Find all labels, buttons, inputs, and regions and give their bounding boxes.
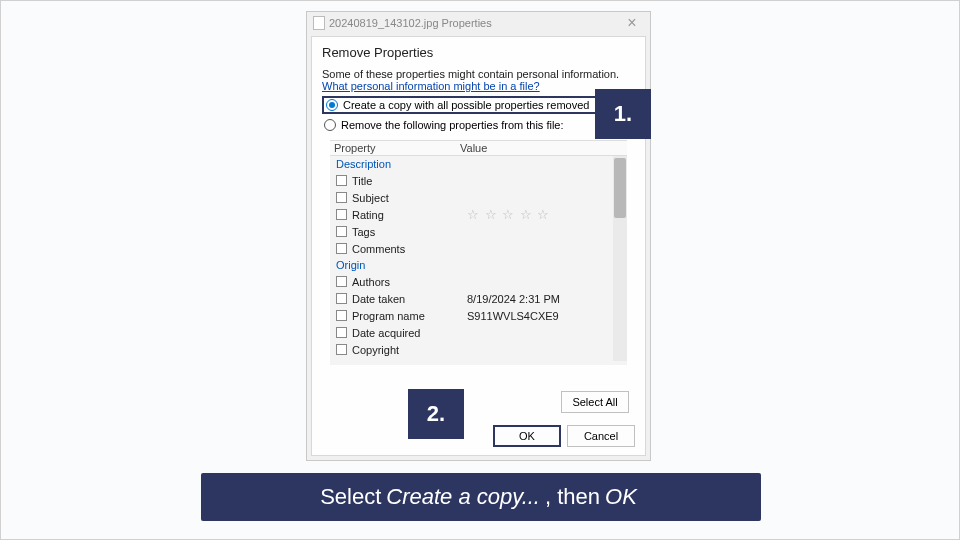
- checkbox-icon[interactable]: [336, 327, 347, 338]
- radio-icon: [324, 119, 336, 131]
- dialog-heading: Remove Properties: [322, 45, 635, 60]
- radio-create-copy[interactable]: Create a copy with all possible properti…: [322, 96, 635, 114]
- list-item[interactable]: Comments: [330, 240, 627, 257]
- checkbox-icon[interactable]: [336, 243, 347, 254]
- checkbox-icon[interactable]: [336, 226, 347, 237]
- close-icon[interactable]: ×: [620, 14, 644, 32]
- list-item[interactable]: Title: [330, 172, 627, 189]
- checkbox-icon[interactable]: [336, 344, 347, 355]
- list-item[interactable]: Copyright: [330, 341, 627, 358]
- list-item[interactable]: Tags: [330, 223, 627, 240]
- list-item[interactable]: Subject: [330, 189, 627, 206]
- list-item[interactable]: Date taken8/19/2024 2:31 PM: [330, 290, 627, 307]
- header-property: Property: [330, 142, 460, 154]
- checkbox-icon[interactable]: [336, 175, 347, 186]
- instruction-banner: Select Create a copy... , then OK: [201, 473, 761, 521]
- group-image: Image: [330, 358, 627, 361]
- checkbox-icon[interactable]: [336, 276, 347, 287]
- group-description: Description: [330, 156, 627, 172]
- callout-step-1: 1.: [595, 89, 651, 139]
- window-title: 20240819_143102.jpg Properties: [329, 17, 492, 29]
- ok-button[interactable]: OK: [493, 425, 561, 447]
- checkbox-icon[interactable]: [336, 209, 347, 220]
- radio-label: Create a copy with all possible properti…: [343, 99, 589, 111]
- list-item[interactable]: Program nameS911WVLS4CXE9: [330, 307, 627, 324]
- radio-label: Remove the following properties from thi…: [341, 119, 564, 131]
- list-item[interactable]: Rating☆ ☆ ☆ ☆ ☆: [330, 206, 627, 223]
- callout-step-2: 2.: [408, 389, 464, 439]
- list-item[interactable]: Authors: [330, 273, 627, 290]
- rating-stars: ☆ ☆ ☆ ☆ ☆: [467, 207, 621, 222]
- checkbox-icon[interactable]: [336, 310, 347, 321]
- list-body: Description Title Subject Rating☆ ☆ ☆ ☆ …: [330, 156, 627, 361]
- file-icon: [313, 16, 325, 30]
- info-link[interactable]: What personal information might be in a …: [322, 80, 635, 92]
- info-text: Some of these properties might contain p…: [322, 68, 635, 80]
- radio-icon: [326, 99, 338, 111]
- titlebar: 20240819_143102.jpg Properties ×: [307, 12, 650, 34]
- scrollbar[interactable]: [613, 156, 627, 361]
- group-origin: Origin: [330, 257, 627, 273]
- property-list: Property Value Description Title Subject…: [330, 140, 627, 365]
- radio-remove-following[interactable]: Remove the following properties from thi…: [322, 118, 635, 132]
- cancel-button[interactable]: Cancel: [567, 425, 635, 447]
- checkbox-icon[interactable]: [336, 293, 347, 304]
- scrollthumb[interactable]: [614, 158, 626, 218]
- list-item[interactable]: Date acquired: [330, 324, 627, 341]
- list-header: Property Value: [330, 141, 627, 156]
- checkbox-icon[interactable]: [336, 192, 347, 203]
- select-all-button[interactable]: Select All: [561, 391, 629, 413]
- header-value: Value: [460, 142, 627, 154]
- properties-dialog: 20240819_143102.jpg Properties × Remove …: [306, 11, 651, 461]
